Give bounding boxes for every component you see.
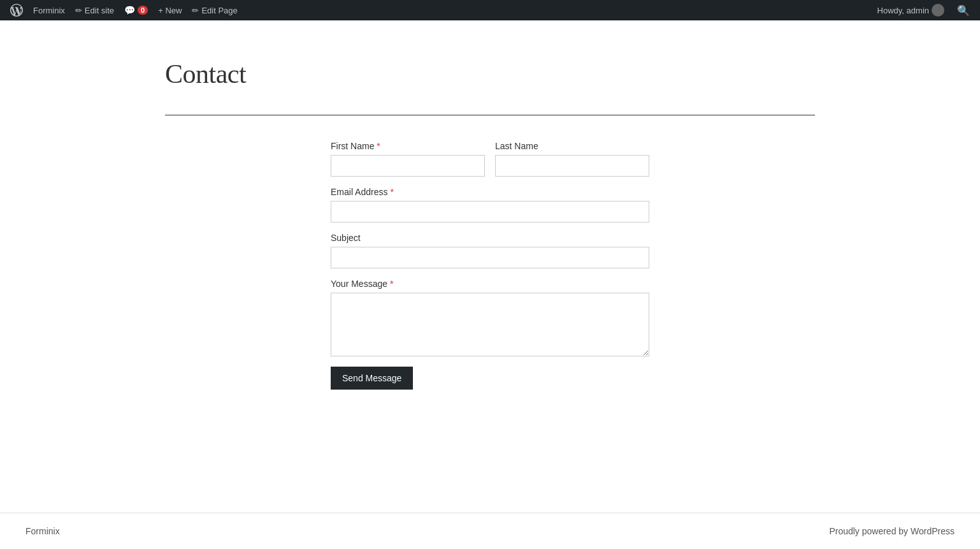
name-row: First Name * Last Name: [331, 141, 649, 177]
first-name-field: First Name *: [331, 141, 485, 177]
page-content: Contact First Name * Last Name: [0, 20, 980, 513]
site-name-item[interactable]: Forminix: [28, 0, 70, 20]
search-button[interactable]: 🔍: [952, 4, 975, 17]
page-divider: [165, 115, 815, 115]
message-field: Your Message *: [331, 279, 649, 356]
message-textarea[interactable]: [331, 293, 649, 356]
first-name-label: First Name *: [331, 141, 485, 151]
last-name-input[interactable]: [495, 155, 649, 177]
email-input[interactable]: [331, 201, 649, 223]
subject-field: Subject: [331, 233, 649, 268]
footer-wordpress-link[interactable]: WordPress: [911, 526, 955, 536]
edit-page-item[interactable]: ✏ Edit Page: [187, 0, 242, 20]
subject-label: Subject: [331, 233, 649, 243]
comments-badge: 0: [138, 6, 148, 15]
first-name-required: *: [377, 141, 380, 151]
howdy-item[interactable]: Howdy, admin: [872, 0, 949, 20]
footer-powered-text: Proudly powered by WordPress: [829, 526, 955, 536]
email-field: Email Address *: [331, 187, 649, 223]
comment-icon: 💬: [124, 5, 135, 15]
last-name-field: Last Name: [495, 141, 649, 177]
admin-bar: Forminix ✏ Edit site 💬 0 + New ✏ Edit Pa…: [0, 0, 980, 20]
new-label: + New: [158, 6, 182, 15]
wp-logo-icon: [10, 4, 23, 17]
first-name-input[interactable]: [331, 155, 485, 177]
send-message-button[interactable]: Send Message: [331, 367, 413, 390]
edit-page-icon: ✏: [192, 6, 199, 15]
edit-site-item[interactable]: ✏ Edit site: [70, 0, 119, 20]
last-name-label: Last Name: [495, 141, 649, 151]
page-title: Contact: [165, 59, 815, 89]
howdy-label: Howdy, admin: [877, 6, 929, 15]
edit-page-label: Edit Page: [201, 6, 237, 15]
edit-site-label: Edit site: [85, 6, 114, 15]
comments-item[interactable]: 💬 0: [119, 0, 153, 20]
email-label: Email Address *: [331, 187, 649, 197]
contact-form: First Name * Last Name Email Address *: [331, 141, 649, 390]
message-required: *: [390, 279, 393, 289]
page-wrapper: Contact First Name * Last Name: [0, 20, 980, 549]
message-label: Your Message *: [331, 279, 649, 289]
avatar: [932, 4, 944, 17]
page-footer: Forminix Proudly powered by WordPress: [0, 513, 980, 549]
subject-input[interactable]: [331, 247, 649, 268]
footer-brand-link[interactable]: Forminix: [25, 526, 60, 536]
wp-logo-item[interactable]: [5, 0, 28, 20]
site-name-label: Forminix: [33, 6, 65, 15]
content-inner: Contact First Name * Last Name: [140, 59, 840, 390]
edit-site-icon: ✏: [75, 6, 82, 15]
admin-bar-right: Howdy, admin 🔍: [872, 0, 975, 20]
search-icon: 🔍: [957, 5, 970, 16]
email-required: *: [390, 187, 393, 197]
new-content-item[interactable]: + New: [153, 0, 187, 20]
